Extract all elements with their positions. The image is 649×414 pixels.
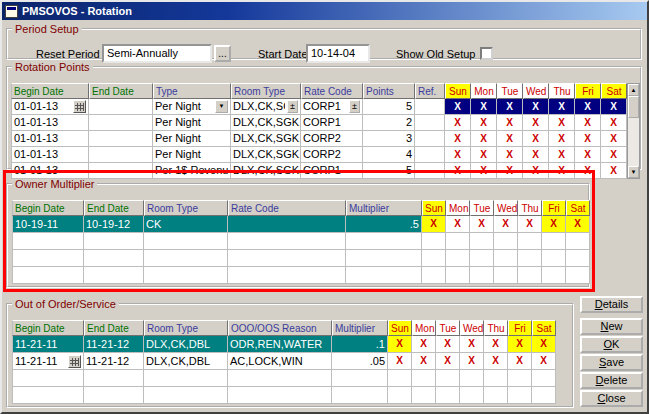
day-cell-sat[interactable]: X xyxy=(566,216,590,233)
cell-multiplier[interactable] xyxy=(332,370,388,387)
cell-room-type[interactable]: DLX,CK,SGK,K xyxy=(231,115,301,131)
cell-type[interactable]: Per Night xyxy=(153,131,231,147)
day-cell-sat[interactable] xyxy=(566,233,590,250)
cell-type[interactable]: Per Night xyxy=(153,115,231,131)
day-cell-sun[interactable] xyxy=(422,250,446,267)
day-cell-wed[interactable] xyxy=(494,233,518,250)
day-cell-fri[interactable] xyxy=(542,233,566,250)
ooo-empty-row[interactable] xyxy=(12,370,556,387)
cell-reason[interactable]: ODR,REN,WATER xyxy=(228,336,332,353)
day-cell-mon[interactable] xyxy=(412,370,436,387)
cell-points[interactable]: 4 xyxy=(363,147,415,163)
day-cell-wed[interactable] xyxy=(460,387,484,404)
cell-ref[interactable] xyxy=(415,163,445,179)
day-cell-sat[interactable] xyxy=(566,250,590,267)
cell-room-type[interactable]: DLX,CK,DBL xyxy=(144,336,228,353)
day-cell-sun[interactable] xyxy=(422,233,446,250)
day-cell-mon[interactable]: X xyxy=(412,336,436,353)
calendar-icon[interactable] xyxy=(68,355,81,368)
cell-room-type[interactable]: DLX,CK,SGK,K xyxy=(231,147,301,163)
day-cell-thu[interactable]: X xyxy=(484,336,508,353)
day-cell-thu[interactable]: X xyxy=(518,216,542,233)
cell-reason[interactable] xyxy=(228,370,332,387)
day-cell-tue[interactable]: X xyxy=(470,216,494,233)
day-cell-wed[interactable]: X xyxy=(460,336,484,353)
day-cell-sun[interactable] xyxy=(422,267,446,284)
day-cell-thu[interactable]: X xyxy=(549,115,575,131)
day-cell-mon[interactable]: X xyxy=(412,353,436,370)
cell-rate-code[interactable] xyxy=(228,250,346,267)
day-cell-fri[interactable]: X xyxy=(575,115,601,131)
day-cell-wed[interactable]: X xyxy=(523,131,549,147)
cell-ref[interactable] xyxy=(415,115,445,131)
cell-end-date[interactable]: 11-21-12 xyxy=(84,353,144,370)
cell-end-date[interactable] xyxy=(89,99,153,115)
scroll-track[interactable] xyxy=(628,118,639,166)
day-cell-tue[interactable] xyxy=(436,370,460,387)
cell-end-date[interactable] xyxy=(84,250,144,267)
day-cell-sat[interactable] xyxy=(532,370,556,387)
cell-multiplier[interactable] xyxy=(346,267,422,284)
day-cell-thu[interactable] xyxy=(518,233,542,250)
day-cell-fri[interactable] xyxy=(542,250,566,267)
day-cell-sat[interactable]: X xyxy=(601,163,627,179)
rotation-row[interactable]: 01-01-13 Per Night DLX,CK,SGK,K CORP2 3 … xyxy=(11,131,627,147)
day-cell-fri[interactable]: X xyxy=(575,99,601,115)
cell-end-date[interactable]: 10-19-12 xyxy=(84,216,144,233)
scroll-thumb[interactable] xyxy=(628,96,639,118)
reset-period-browse-button[interactable]: ... xyxy=(214,45,231,62)
cell-end-date[interactable] xyxy=(89,163,153,179)
cell-room-type[interactable] xyxy=(144,370,228,387)
day-cell-wed[interactable]: X xyxy=(523,115,549,131)
cell-end-date[interactable] xyxy=(89,131,153,147)
cell-points[interactable]: 5 xyxy=(363,163,415,179)
day-cell-sun[interactable]: X xyxy=(388,353,412,370)
day-cell-sun[interactable]: X xyxy=(445,99,471,115)
day-cell-fri[interactable]: X xyxy=(575,163,601,179)
cell-room-type[interactable] xyxy=(144,267,228,284)
cell-room-type[interactable]: CK xyxy=(144,216,228,233)
day-cell-thu[interactable]: X xyxy=(549,131,575,147)
lov-icon[interactable]: ± xyxy=(287,100,298,113)
owner-row-selected[interactable]: 10-19-11 10-19-12 CK .5 X X X X X X X xyxy=(12,216,590,233)
day-cell-wed[interactable] xyxy=(494,250,518,267)
rotation-scrollbar[interactable]: ▲ ▼ xyxy=(627,83,640,179)
cell-reason[interactable]: AC,LOCK,WIN xyxy=(228,353,332,370)
day-cell-thu[interactable]: X xyxy=(549,99,575,115)
cell-type[interactable]: Per Night xyxy=(153,147,231,163)
cell-end-date[interactable] xyxy=(89,115,153,131)
owner-empty-row[interactable] xyxy=(12,233,590,250)
day-cell-tue[interactable] xyxy=(470,233,494,250)
scroll-up-icon[interactable]: ▲ xyxy=(628,84,639,96)
titlebar[interactable]: PMSOVOS - Rotation xyxy=(2,2,647,20)
rotation-row[interactable]: 01-01-13 Per Night DLX,CK,SGK,K CORP1 2 … xyxy=(11,115,627,131)
cell-begin-date[interactable]: 01-01-13 xyxy=(11,131,89,147)
cell-begin-date[interactable]: 01-01-13 xyxy=(11,147,89,163)
day-cell-sun[interactable]: X xyxy=(445,147,471,163)
day-cell-sun[interactable]: X xyxy=(422,216,446,233)
day-cell-wed[interactable] xyxy=(494,267,518,284)
day-cell-fri[interactable]: X xyxy=(508,336,532,353)
rate-code-field[interactable]: CORP1 ± xyxy=(301,99,363,115)
day-cell-fri[interactable] xyxy=(508,370,532,387)
day-cell-mon[interactable] xyxy=(412,387,436,404)
day-cell-tue[interactable]: X xyxy=(497,163,523,179)
day-cell-tue[interactable]: X xyxy=(497,131,523,147)
day-cell-thu[interactable]: X xyxy=(484,353,508,370)
day-cell-wed[interactable] xyxy=(460,370,484,387)
cell-begin-date[interactable]: 11-21-11 xyxy=(12,336,84,353)
day-cell-sat[interactable]: X xyxy=(601,131,627,147)
cell-points[interactable]: 3 xyxy=(363,131,415,147)
cell-multiplier[interactable]: .05 xyxy=(332,353,388,370)
day-cell-thu[interactable] xyxy=(484,370,508,387)
cell-multiplier[interactable] xyxy=(332,387,388,404)
cell-begin-date[interactable] xyxy=(12,387,84,404)
rotation-row[interactable]: 01-01-13 Per 1$ Revenu DLX,CK,SGK,K CORP… xyxy=(11,163,627,179)
close-button[interactable]: Close xyxy=(580,390,643,407)
day-cell-tue[interactable] xyxy=(470,250,494,267)
cell-rate-code[interactable] xyxy=(228,233,346,250)
cell-end-date[interactable] xyxy=(84,267,144,284)
day-cell-fri[interactable]: X xyxy=(575,131,601,147)
day-cell-sun[interactable]: X xyxy=(388,336,412,353)
cell-rate-code[interactable] xyxy=(228,267,346,284)
